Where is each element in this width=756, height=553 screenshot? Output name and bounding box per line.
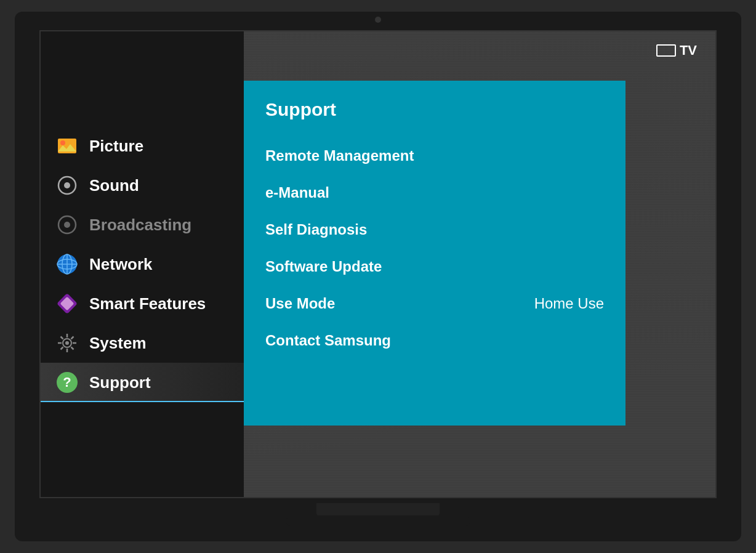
- remote-management-label: Remote Management: [265, 147, 414, 164]
- svg-point-2: [60, 140, 65, 145]
- e-manual-label: e-Manual: [265, 184, 329, 201]
- sidebar-item-broadcasting-label: Broadcasting: [89, 216, 191, 235]
- tv-text: TV: [680, 42, 697, 59]
- network-icon: [56, 253, 78, 275]
- camera-dot: [375, 17, 381, 23]
- sidebar-item-sound[interactable]: Sound: [41, 166, 244, 205]
- sidebar-item-network-label: Network: [89, 255, 153, 274]
- picture-icon: [56, 135, 78, 157]
- support-icon-circle: ?: [57, 372, 78, 393]
- support-menu-item-software-update[interactable]: Software Update: [265, 248, 604, 285]
- support-menu-item-contact-samsung[interactable]: Contact Samsung: [265, 322, 604, 359]
- smart-features-icon: [56, 293, 78, 315]
- svg-point-6: [64, 222, 70, 228]
- use-mode-label: Use Mode: [265, 295, 335, 312]
- software-update-label: Software Update: [265, 258, 382, 275]
- use-mode-value: Home Use: [534, 295, 604, 312]
- svg-point-15: [65, 341, 69, 345]
- support-menu-item-use-mode[interactable]: Use Mode Home Use: [265, 285, 604, 322]
- svg-line-23: [61, 347, 63, 350]
- system-icon: [56, 332, 78, 354]
- tv-base: [286, 517, 470, 526]
- sidebar-item-picture-label: Picture: [89, 137, 143, 156]
- tv-screen: TV Picture: [39, 30, 717, 498]
- self-diagnosis-label: Self Diagnosis: [265, 221, 367, 238]
- support-panel: Support Remote Management e-Manual Self …: [244, 81, 625, 426]
- sidebar-item-smart-features-label: Smart Features: [89, 294, 206, 313]
- sidebar-item-network[interactable]: Network: [41, 244, 244, 284]
- support-icon: ?: [56, 371, 78, 394]
- support-menu-item-e-manual[interactable]: e-Manual: [265, 174, 604, 211]
- sidebar-item-system-label: System: [89, 334, 147, 353]
- tv-outer: TV Picture: [15, 12, 741, 541]
- sidebar: Picture Sound: [41, 31, 244, 497]
- sidebar-item-smart-features[interactable]: Smart Features: [41, 284, 244, 323]
- sidebar-item-support[interactable]: ? Support: [41, 363, 244, 402]
- svg-line-20: [61, 337, 63, 339]
- tv-stand: [316, 503, 440, 515]
- broadcasting-icon: [56, 214, 78, 236]
- tv-label-rect: [656, 44, 676, 57]
- svg-point-4: [64, 182, 70, 188]
- sidebar-item-broadcasting[interactable]: Broadcasting: [41, 205, 244, 244]
- sidebar-item-picture[interactable]: Picture: [41, 126, 244, 166]
- sidebar-item-system[interactable]: System: [41, 323, 244, 363]
- support-panel-title: Support: [265, 99, 604, 120]
- support-menu-item-self-diagnosis[interactable]: Self Diagnosis: [265, 211, 604, 248]
- svg-line-21: [71, 347, 74, 350]
- svg-line-22: [71, 337, 74, 339]
- sidebar-item-support-label: Support: [89, 373, 151, 392]
- support-menu-item-remote-management[interactable]: Remote Management: [265, 137, 604, 174]
- sound-icon: [56, 174, 78, 196]
- sidebar-item-sound-label: Sound: [89, 176, 139, 195]
- tv-brand-label: TV: [656, 42, 697, 59]
- contact-samsung-label: Contact Samsung: [265, 332, 391, 349]
